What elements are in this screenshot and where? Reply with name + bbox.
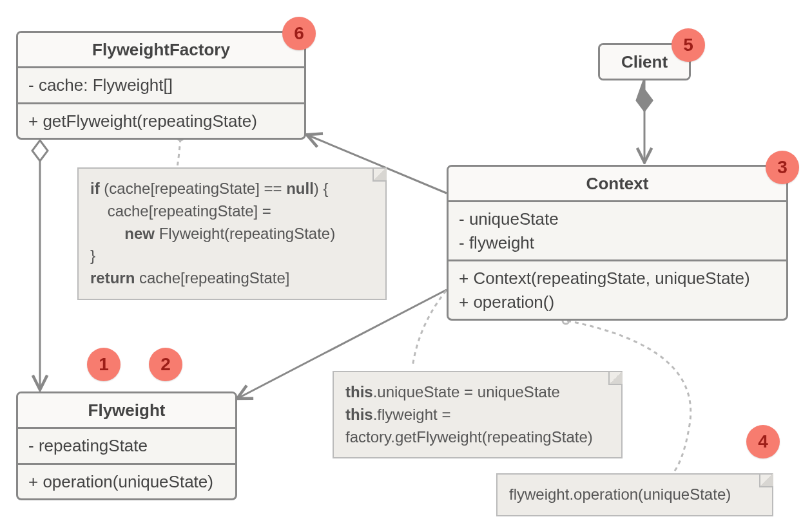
code-line: cache[repeatingState] =: [90, 200, 374, 223]
attr-flyweight: - flyweight: [459, 231, 776, 254]
note-fold-icon: [608, 371, 623, 385]
code-line: new Flyweight(repeatingState): [90, 223, 374, 245]
code-line: }: [90, 245, 374, 267]
code-line: factory.getFlyweight(repeatingState): [345, 426, 610, 449]
note-factory-code: if (cache[repeatingState] == null) { cac…: [77, 167, 387, 300]
badge-3: 3: [766, 151, 799, 184]
note-context-ctor: this.uniqueState = uniqueState this.flyw…: [333, 371, 623, 458]
class-ops: + getFlyweight(repeatingState): [18, 104, 304, 138]
code-line: flyweight.operation(uniqueState): [509, 484, 760, 506]
op-operation: + operation(): [459, 290, 776, 314]
class-ops: + operation(uniqueState): [18, 465, 235, 498]
code-line: this.flyweight =: [345, 404, 610, 426]
badge-2: 2: [149, 348, 182, 381]
badge-4: 4: [746, 425, 780, 458]
class-attrs: - cache: Flyweight[]: [18, 68, 304, 104]
badge-1: 1: [87, 348, 121, 381]
class-attrs: - repeatingState: [18, 429, 235, 464]
attr-uniquestate: - uniqueState: [459, 207, 776, 231]
note-fold-icon: [372, 167, 387, 182]
code-line: return cache[repeatingState]: [90, 267, 374, 290]
badge-6: 6: [282, 17, 316, 50]
note-operation: flyweight.operation(uniqueState): [496, 473, 773, 516]
class-flyweight: Flyweight - repeatingState + operation(u…: [16, 391, 237, 500]
class-title: Flyweight: [18, 393, 235, 429]
class-context: Context - uniqueState - flyweight + Cont…: [447, 165, 788, 321]
code-line: if (cache[repeatingState] == null) {: [90, 178, 374, 200]
op-context-ctor: + Context(repeatingState, uniqueState): [459, 267, 776, 290]
class-title: Context: [449, 167, 786, 202]
class-flyweightfactory: FlyweightFactory - cache: Flyweight[] + …: [16, 31, 306, 140]
badge-5: 5: [672, 28, 705, 62]
class-attrs: - uniqueState - flyweight: [449, 202, 786, 261]
class-title: FlyweightFactory: [18, 33, 304, 68]
code-line: this.uniqueState = uniqueState: [345, 381, 610, 404]
class-ops: + Context(repeatingState, uniqueState) +…: [449, 261, 786, 319]
note-fold-icon: [759, 473, 773, 487]
